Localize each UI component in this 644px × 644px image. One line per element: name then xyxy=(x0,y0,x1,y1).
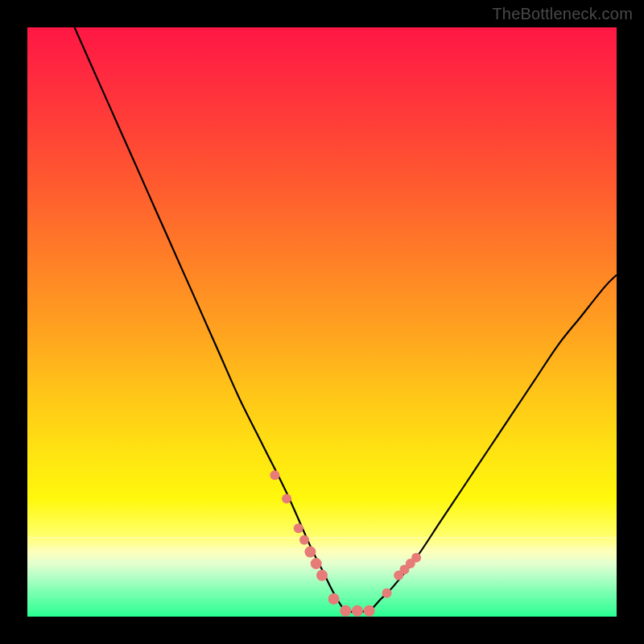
outer-frame: TheBottleneck.com xyxy=(0,0,644,644)
sample-dot xyxy=(316,570,328,581)
sample-dot xyxy=(411,553,421,563)
sample-dot xyxy=(340,605,351,617)
plot-area xyxy=(27,27,617,617)
sample-dot xyxy=(352,605,363,617)
sample-dot xyxy=(294,523,303,533)
sample-dot xyxy=(382,588,392,598)
sample-dot xyxy=(282,494,291,504)
sample-dot xyxy=(364,605,375,617)
curve-layer xyxy=(27,27,617,617)
sample-dot xyxy=(304,547,316,558)
sample-dot xyxy=(311,558,322,569)
bottleneck-curve xyxy=(75,27,617,612)
sample-dot xyxy=(299,535,309,545)
watermark-text: TheBottleneck.com xyxy=(492,5,633,23)
sample-dot xyxy=(270,470,279,480)
sample-dots xyxy=(270,470,421,616)
sample-dot xyxy=(328,593,340,605)
